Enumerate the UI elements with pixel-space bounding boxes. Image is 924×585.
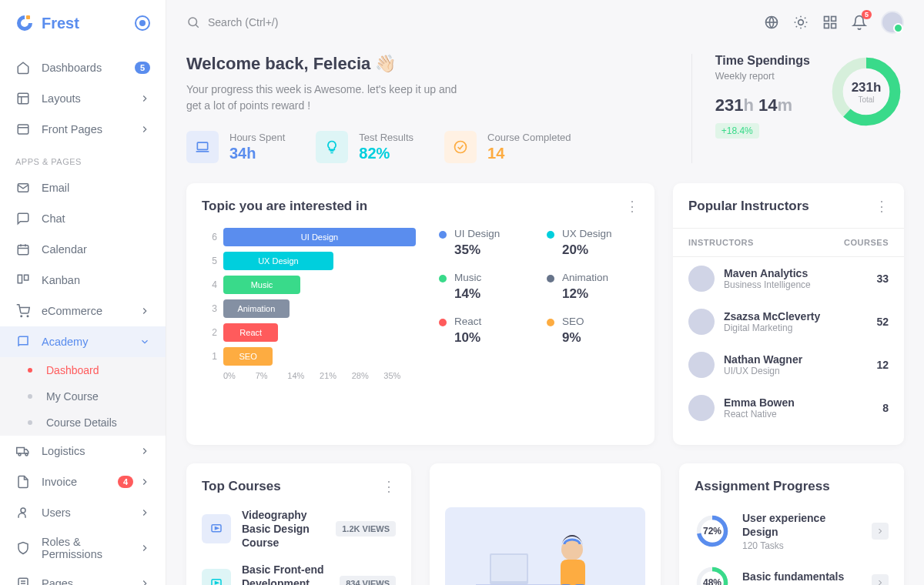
- nav-roles[interactable]: Roles & Permissions: [0, 528, 166, 568]
- bar-row: 2React: [202, 323, 416, 342]
- brand: Frest: [0, 0, 166, 46]
- svg-line-32: [796, 18, 797, 18]
- nav-invoice[interactable]: Invoice4: [0, 466, 166, 497]
- time-title: Time Spendings: [715, 54, 810, 68]
- svg-rect-1: [18, 93, 28, 104]
- svg-rect-39: [832, 24, 836, 28]
- kanban-icon: [15, 272, 31, 288]
- chevron-right-icon: [139, 507, 150, 518]
- nav-email[interactable]: Email: [0, 172, 166, 203]
- progress-row[interactable]: 48%Basic fundamentals32 Tasks: [695, 565, 889, 585]
- content: Welcome back, Felecia 👋🏻 Your progress t…: [166, 45, 924, 585]
- home-icon: [15, 60, 31, 75]
- chevron-right-icon: [139, 543, 150, 553]
- time-donut: 231hTotal: [829, 54, 904, 129]
- legend-item: UI Design35%: [439, 228, 531, 258]
- svg-marker-46: [216, 527, 219, 530]
- svg-rect-0: [26, 15, 30, 19]
- nav-logistics[interactable]: Logistics: [0, 436, 166, 466]
- svg-point-13: [21, 316, 22, 317]
- page-subtitle: Your progress this week is Awesome. let'…: [186, 82, 464, 114]
- card-menu-button[interactable]: ⋮: [625, 199, 639, 213]
- avatar: [688, 309, 715, 335]
- assignment-progress-card: Assignment Progress 72%User experience D…: [679, 463, 904, 585]
- svg-point-18: [21, 508, 25, 513]
- svg-rect-7: [18, 246, 28, 255]
- nav-chat[interactable]: Chat: [0, 203, 166, 234]
- instructor-row[interactable]: Maven AnalyticsBusiness Intelligence33: [688, 257, 889, 300]
- nav-dashboards[interactable]: Dashboards 5: [0, 52, 166, 83]
- logo-icon: [15, 14, 34, 32]
- user-icon: [15, 505, 31, 520]
- nav-academy-mycourse[interactable]: My Course: [0, 383, 166, 410]
- legend-item: React10%: [439, 316, 531, 346]
- brand-logo[interactable]: Frest: [15, 14, 79, 32]
- nav-pages[interactable]: Pages: [0, 568, 166, 585]
- search-input[interactable]: Search (Ctrl+/): [186, 15, 764, 29]
- svg-line-33: [805, 26, 805, 27]
- bulb-icon: [316, 131, 348, 163]
- nav-layouts[interactable]: Layouts: [0, 83, 166, 114]
- nav-academy-dashboard[interactable]: Dashboard: [0, 357, 166, 383]
- cart-icon: [15, 303, 31, 319]
- svg-point-23: [189, 18, 197, 26]
- language-icon[interactable]: [764, 15, 779, 30]
- course-row[interactable]: Basic Front-end Development Course834 VI…: [202, 563, 396, 585]
- avatar: [688, 395, 715, 421]
- chevron-right-icon: [139, 476, 150, 487]
- course-row[interactable]: Videography Basic Design Course1.2K VIEW…: [202, 508, 396, 550]
- stat-completed: Course Completed14: [444, 131, 571, 163]
- chat-icon: [15, 211, 31, 226]
- notification-badge: 5: [862, 10, 872, 19]
- nav-academy-coursedetails[interactable]: Course Details: [0, 410, 166, 436]
- progress-row[interactable]: 72%User experience Design120 Tasks: [695, 511, 889, 551]
- notifications-icon[interactable]: 5: [852, 15, 867, 30]
- top-courses-card: Top Courses ⋮ Videography Basic Design C…: [186, 463, 411, 585]
- card-menu-button[interactable]: ⋮: [382, 480, 396, 493]
- svg-rect-51: [445, 507, 645, 585]
- instructor-row[interactable]: Zsazsa McClevertyDigital Marketing52: [688, 300, 889, 343]
- badge: 5: [135, 62, 150, 74]
- avatar: [688, 266, 715, 292]
- nav-calendar[interactable]: Calendar: [0, 234, 166, 265]
- svg-rect-4: [18, 125, 28, 134]
- chevron-right-icon[interactable]: [872, 574, 889, 585]
- chevron-right-icon[interactable]: [872, 523, 889, 540]
- browser-icon: [15, 122, 31, 137]
- nav-front-pages[interactable]: Front Pages: [0, 114, 166, 145]
- pin-sidebar-button[interactable]: [135, 15, 150, 31]
- chevron-right-icon: [139, 124, 150, 135]
- svg-rect-40: [197, 142, 207, 149]
- svg-marker-48: [216, 582, 219, 584]
- instructor-row[interactable]: Nathan WagnerUI/UX Design12: [688, 343, 889, 386]
- chevron-down-icon: [139, 336, 150, 347]
- apps-icon[interactable]: [822, 15, 838, 30]
- layout-icon: [15, 91, 31, 106]
- svg-rect-56: [561, 560, 585, 585]
- nav-ecommerce[interactable]: eCommerce: [0, 296, 166, 326]
- book-icon: [15, 334, 31, 349]
- topics-bar-chart: 6UI Design5UX Design4Music3Animation2Rea…: [202, 228, 416, 380]
- person-laptop-illustration: [445, 507, 645, 585]
- mail-icon: [15, 180, 31, 196]
- svg-line-35: [805, 18, 805, 18]
- svg-rect-37: [832, 17, 836, 22]
- nav: Dashboards 5 Layouts Front Pages APPS & …: [0, 46, 166, 585]
- bar-row: 5UX Design: [202, 252, 416, 270]
- theme-icon[interactable]: [793, 15, 808, 30]
- svg-point-17: [25, 453, 28, 456]
- user-avatar[interactable]: [881, 11, 904, 34]
- bar-row: 3Animation: [202, 299, 416, 318]
- stat-test: Test Results82%: [316, 131, 413, 163]
- instructor-row[interactable]: Emma BowenReact Native8: [688, 386, 889, 430]
- nav-academy[interactable]: Academy: [0, 326, 166, 357]
- svg-rect-38: [825, 24, 829, 28]
- main: Search (Ctrl+/) 5 Welcome back, Felecia …: [166, 0, 924, 585]
- card-menu-button[interactable]: ⋮: [875, 199, 889, 213]
- svg-rect-54: [491, 555, 527, 581]
- nav-kanban[interactable]: Kanban: [0, 265, 166, 296]
- chevron-right-icon: [139, 306, 150, 316]
- legend-item: UX Design20%: [547, 228, 639, 258]
- nav-users[interactable]: Users: [0, 497, 166, 528]
- file-icon: [15, 474, 31, 490]
